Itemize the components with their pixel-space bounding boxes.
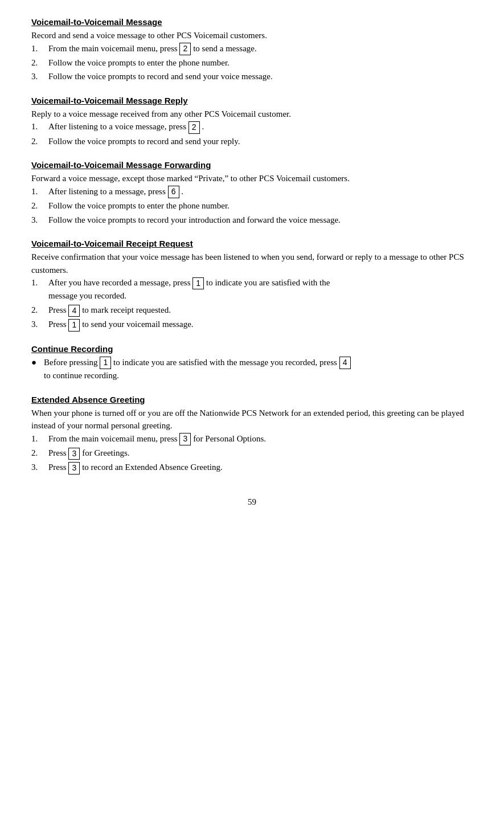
section-title-v2v-forwarding: Voicemail-to-Voicemail Message Forwardin… [31, 160, 473, 170]
key-3: 3 [179, 433, 191, 445]
key-1: 1 [100, 357, 111, 369]
list-item: 3. Press 1 to send your voicemail messag… [31, 318, 473, 331]
numbered-list: 1. From the main voicemail menu, press 3… [31, 432, 473, 475]
section-title-extended-absence: Extended Absence Greeting [31, 395, 473, 404]
list-item: 3. Follow the voice prompts to record an… [31, 70, 473, 83]
list-item: 2. Press 4 to mark receipt requested. [31, 304, 473, 317]
key-4: 4 [68, 305, 80, 317]
list-item: 2. Follow the voice prompts to record an… [31, 135, 473, 148]
section-extended-absence: Extended Absence Greeting When your phon… [31, 395, 473, 475]
list-item: 3. Follow the voice prompts to record yo… [31, 214, 473, 227]
section-v2v-forwarding: Voicemail-to-Voicemail Message Forwardin… [31, 160, 473, 226]
key-3: 3 [68, 462, 80, 475]
key-2: 2 [189, 121, 200, 134]
bullet-item: ● Before pressing 1 to indicate you are … [31, 356, 473, 382]
list-item: 1. After listening to a voice message, p… [31, 120, 473, 133]
key-4: 4 [339, 357, 351, 369]
section-continue-recording: Continue Recording ● Before pressing 1 t… [31, 344, 473, 382]
key-3: 3 [68, 448, 80, 460]
list-item: 2. Press 3 for Greetings. [31, 447, 473, 460]
section-intro: Reply to a voice message received from a… [31, 108, 473, 121]
key-1: 1 [192, 277, 204, 290]
page-footer: 59 [31, 497, 473, 507]
section-intro: When your phone is turned off or you are… [31, 407, 473, 432]
list-item: 1. After listening to a message, press 6… [31, 185, 473, 198]
key-6: 6 [168, 186, 179, 198]
section-title-v2v-reply: Voicemail-to-Voicemail Message Reply [31, 96, 473, 105]
list-item: 1. From the main voicemail menu, press 3… [31, 432, 473, 445]
bullet-list: ● Before pressing 1 to indicate you are … [31, 356, 473, 382]
section-title-continue-recording: Continue Recording [31, 344, 473, 354]
section-intro: Record and send a voice message to other… [31, 29, 473, 42]
list-item: 1. From the main voicemail menu, press 2… [31, 42, 473, 55]
numbered-list: 1. After listening to a voice message, p… [31, 120, 473, 148]
page-number: 59 [248, 497, 256, 506]
section-title-v2v-receipt: Voicemail-to-Voicemail Receipt Request [31, 239, 473, 248]
section-intro: Receive confirmation that your voice mes… [31, 251, 473, 276]
numbered-list: 1. From the main voicemail menu, press 2… [31, 42, 473, 83]
page-content: Voicemail-to-Voicemail Message Record an… [31, 17, 473, 507]
list-item: 2. Follow the voice prompts to enter the… [31, 56, 473, 69]
list-item: 1. After you have recorded a message, pr… [31, 276, 473, 302]
section-v2v-message: Voicemail-to-Voicemail Message Record an… [31, 17, 473, 83]
section-v2v-receipt: Voicemail-to-Voicemail Receipt Request R… [31, 239, 473, 332]
key-1: 1 [68, 319, 80, 332]
numbered-list: 1. After you have recorded a message, pr… [31, 276, 473, 332]
numbered-list: 1. After listening to a message, press 6… [31, 185, 473, 226]
list-item: 2. Follow the voice prompts to enter the… [31, 199, 473, 212]
section-v2v-reply: Voicemail-to-Voicemail Message Reply Rep… [31, 96, 473, 148]
section-intro: Forward a voice message, except those ma… [31, 172, 473, 185]
list-item: 3. Press 3 to record an Extended Absence… [31, 461, 473, 474]
section-title-v2v-message: Voicemail-to-Voicemail Message [31, 17, 473, 27]
key-2: 2 [179, 43, 191, 55]
